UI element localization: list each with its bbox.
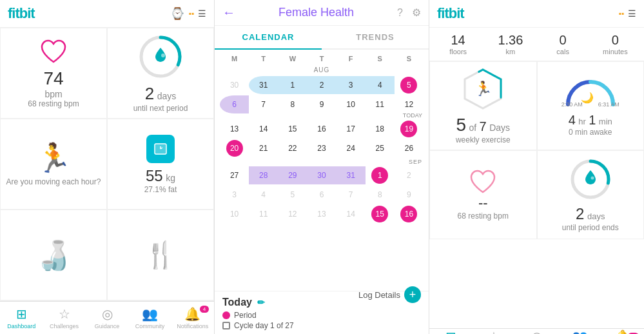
female-health-header: ← Female Health ? ⚙ [215,0,429,26]
middle-panel: ← Female Health ? ⚙ CALENDAR TRENDS M T … [215,0,429,334]
cal-day-3[interactable]: 3 [337,76,366,94]
cal-day-31aug[interactable]: 31 [337,166,366,184]
tab-trends[interactable]: TRENDS [322,26,429,48]
cal-day-25[interactable]: 25 [366,139,395,157]
period-dot-icon [222,311,230,319]
period-number: 2 [145,84,154,103]
exercise-stats: 5 of 7 Days [456,115,510,135]
heart-rate-right-cell: -- 68 resting bpm [429,150,537,239]
cal-day-sep14[interactable]: 14 [337,205,366,223]
help-icon[interactable]: ? [397,7,403,19]
cal-week-sep-label: SEP [220,159,424,165]
cal-day-sep1[interactable]: 1 [371,167,388,184]
cal-day-26[interactable]: 26 [395,139,424,157]
nav-community-right[interactable]: 👥 Community [558,329,601,334]
cal-day-sep15[interactable]: 15 [371,206,388,222]
battery-right-icon: ▪▪ [618,9,624,18]
cal-day-8[interactable]: 8 [278,95,307,113]
cal-day-17[interactable]: 17 [337,120,366,138]
nav-guidance-right[interactable]: ◎ Guidance [515,329,558,334]
period-ring-svg [137,34,184,80]
cal-day-27[interactable]: 27 [220,166,249,184]
cal-day-18[interactable]: 18 [366,120,395,138]
period-ring [137,34,184,80]
move-cell: 🏃 Are you moving each hour? [0,119,107,210]
cal-day-21[interactable]: 21 [249,139,278,157]
log-details-button[interactable]: Log Details + [358,286,421,303]
cal-day-24[interactable]: 24 [337,139,366,157]
cal-day-30[interactable]: 30 [220,76,249,94]
nav-notifications-right[interactable]: 11 🔔 Notifications [601,329,644,334]
cal-week-today-label: TODAY [220,115,424,119]
cal-day-sep4[interactable]: 4 [249,186,278,204]
cal-day-20[interactable]: 20 [226,140,243,157]
nav-guidance-left[interactable]: ◎ Guidance [86,302,128,334]
cal-day-sep9[interactable]: 9 [395,186,424,204]
back-button[interactable]: ← [222,5,235,20]
cal-day-31[interactable]: 31 [249,76,278,94]
cal-day-12[interactable]: 12 [395,95,424,113]
cal-day-19-today[interactable]: 19 [400,121,417,137]
nav-dashboard-label-left: Dashboard [7,323,35,329]
cal-day-14[interactable]: 14 [249,120,278,138]
nav-notifications-label-left: Notifications [177,323,208,329]
nav-notifications-left[interactable]: 4 🔔 Notifications [171,302,214,334]
nav-community-left[interactable]: 👥 Community [128,302,171,334]
cal-day-sep7[interactable]: 7 [337,186,366,204]
food-cell: 🍴 [107,210,214,300]
cal-day-sep16[interactable]: 16 [400,206,417,222]
period-unit: days [157,91,177,101]
cal-day-sep10[interactable]: 10 [220,205,249,223]
cal-day-2[interactable]: 2 [307,76,336,94]
nav-challenges-label-left: Challenges [50,323,79,329]
cal-day-sep2[interactable]: 2 [395,166,424,184]
nav-challenges-left[interactable]: ☆ Challenges [43,302,85,334]
cal-day-sep3[interactable]: 3 [220,186,249,204]
left-header-icons: ⌚ ▪▪ ☰ [170,6,206,21]
cal-day-sep11[interactable]: 11 [249,205,278,223]
period-right-sub: until period ends [562,223,619,232]
challenges-icon-right: ☆ [488,329,500,334]
cal-day-10[interactable]: 10 [337,95,366,113]
nav-challenges-right[interactable]: ☆ Challenges [473,329,516,334]
cal-day-sep12[interactable]: 12 [278,205,307,223]
cal-day-sep8[interactable]: 8 [366,186,395,204]
weight-val: 55 kg [146,167,175,185]
move-figure-icon: 🏃 [36,141,72,175]
nav-dashboard-right[interactable]: ⊞ Dashboard [429,329,473,334]
period-days-value: 2 days [145,84,177,104]
cal-day-6[interactable]: 6 [220,95,249,113]
svg-point-14 [590,177,594,180]
edit-icon[interactable]: ✏ [257,297,265,308]
cal-day-5[interactable]: 5 [400,77,417,93]
cal-day-13[interactable]: 13 [220,120,249,138]
cal-day-23[interactable]: 23 [307,139,336,157]
cal-day-28[interactable]: 28 [249,166,278,184]
female-health-tabs: CALENDAR TRENDS [215,26,429,50]
cal-day-29[interactable]: 29 [278,166,307,184]
cal-day-1[interactable]: 1 [278,76,307,94]
cal-day-22[interactable]: 22 [278,139,307,157]
cal-day-15[interactable]: 15 [278,120,307,138]
period-sub: until next period [133,104,188,113]
cycle-icon [222,322,230,329]
cal-week-aug-label: AUG [220,66,424,75]
cal-day-16[interactable]: 16 [307,120,336,138]
km-label: km [506,48,516,55]
cal-day-sep6[interactable]: 6 [307,186,336,204]
cal-day-sep5[interactable]: 5 [278,186,307,204]
cal-day-4[interactable]: 4 [366,76,395,94]
log-plus-icon[interactable]: + [404,286,421,303]
cals-value: 0 [537,33,589,48]
cal-day-7[interactable]: 7 [249,95,278,113]
cal-day-9[interactable]: 9 [307,95,336,113]
cal-day-sep13[interactable]: 13 [307,205,336,223]
settings-icon[interactable]: ⚙ [412,6,421,19]
nav-dashboard-left[interactable]: ⊞ Dashboard [0,302,43,334]
log-details-label: Log Details [358,290,400,300]
tab-calendar[interactable]: CALENDAR [215,26,322,50]
period-ring-right [569,157,612,201]
cal-day-30aug[interactable]: 30 [307,166,336,184]
water-cell: 🍶 [0,210,107,300]
cal-day-11[interactable]: 11 [366,95,395,113]
